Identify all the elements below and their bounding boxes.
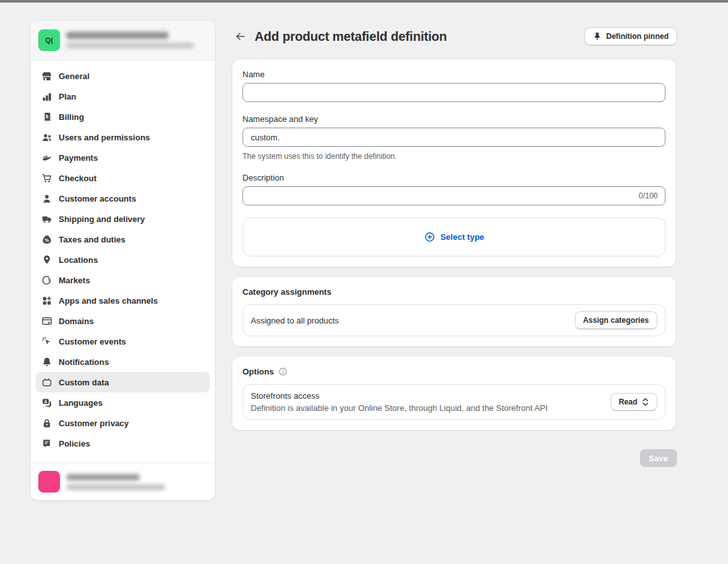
storefronts-access-box: Storefronts access Definition is availab… bbox=[242, 384, 665, 420]
sidebar-item-general[interactable]: General bbox=[36, 66, 210, 86]
store-name-redacted bbox=[66, 32, 168, 39]
definition-form-card: Name Namespace and key The system uses t… bbox=[232, 59, 676, 267]
apps-icon bbox=[41, 295, 52, 306]
sidebar-item-label: General bbox=[59, 71, 89, 81]
category-assignment-box: Assigned to all products Assign categori… bbox=[242, 304, 665, 336]
customer-accounts-icon bbox=[41, 193, 52, 204]
options-title: Options bbox=[242, 367, 274, 376]
domains-icon bbox=[41, 315, 52, 327]
description-input[interactable] bbox=[242, 186, 665, 205]
select-chevrons-icon bbox=[642, 397, 649, 406]
namespace-helper-text: The system uses this to identify the def… bbox=[242, 152, 665, 161]
sidebar-item-locations[interactable]: Locations bbox=[36, 249, 210, 270]
sidebar-item-custom-data[interactable]: Custom data bbox=[36, 372, 210, 392]
sidebar-item-label: Plan bbox=[59, 92, 76, 101]
window-top-strip bbox=[0, 0, 728, 3]
store-url-redacted bbox=[66, 43, 194, 48]
sidebar-nav: GeneralPlan$BillingUsers and permissions… bbox=[31, 61, 215, 463]
sidebar-item-shipping-and-delivery[interactable]: Shipping and delivery bbox=[36, 209, 210, 229]
sidebar-item-label: Locations bbox=[59, 255, 98, 265]
select-type-label: Select type bbox=[440, 232, 484, 242]
store-avatar: Q( bbox=[38, 29, 60, 51]
definition-pinned-label: Definition pinned bbox=[606, 32, 669, 41]
namespace-input[interactable] bbox=[242, 128, 665, 147]
customer-privacy-icon bbox=[41, 417, 52, 429]
sidebar-item-label: Users and permissions bbox=[59, 133, 150, 142]
sidebar-item-label: Payments bbox=[59, 153, 98, 163]
checkout-icon bbox=[41, 172, 52, 184]
assign-categories-button[interactable]: Assign categories bbox=[575, 311, 657, 329]
sidebar-item-label: Customer accounts bbox=[59, 194, 136, 204]
sidebar-item-customer-privacy[interactable]: Customer privacy bbox=[36, 413, 210, 433]
user-footer[interactable] bbox=[31, 463, 215, 500]
sidebar-item-customer-accounts[interactable]: Customer accounts bbox=[36, 188, 210, 209]
languages-icon: A bbox=[41, 397, 52, 408]
description-label: Description bbox=[242, 173, 665, 182]
storefronts-access-description: Definition is available in your Online S… bbox=[251, 403, 611, 413]
storefronts-access-title: Storefronts access bbox=[251, 391, 611, 401]
user-avatar bbox=[38, 471, 60, 493]
save-button[interactable]: Save bbox=[640, 449, 677, 467]
storefronts-access-select[interactable]: Read bbox=[611, 393, 657, 411]
svg-text:%: % bbox=[45, 237, 49, 243]
sidebar-item-policies[interactable]: Policies bbox=[36, 433, 210, 454]
taxes-icon: % bbox=[41, 234, 52, 245]
name-field: Name bbox=[242, 70, 665, 102]
definition-pinned-button[interactable]: Definition pinned bbox=[584, 27, 677, 45]
sidebar-item-label: Custom data bbox=[59, 378, 109, 387]
sidebar-item-label: Customer privacy bbox=[59, 419, 129, 428]
options-title-row: Options bbox=[242, 367, 665, 376]
page-title: Add product metafield definition bbox=[255, 29, 447, 44]
sidebar-item-taxes-and-duties[interactable]: %Taxes and duties bbox=[36, 229, 210, 249]
category-status-text: Assigned to all products bbox=[251, 316, 575, 325]
category-assignments-title: Category assignments bbox=[242, 287, 665, 297]
sidebar-item-domains[interactable]: Domains bbox=[36, 311, 210, 331]
customer-events-icon bbox=[41, 336, 52, 347]
store-header[interactable]: Q( bbox=[31, 20, 215, 61]
select-type-button[interactable]: Select type bbox=[242, 218, 665, 256]
plus-circle-icon bbox=[424, 232, 435, 243]
markets-icon: $ bbox=[41, 274, 52, 286]
back-arrow-icon bbox=[235, 31, 246, 42]
user-email-redacted bbox=[66, 484, 165, 490]
locations-icon bbox=[41, 254, 52, 265]
sidebar-item-customer-events[interactable]: Customer events bbox=[36, 331, 210, 352]
page-header: Add product metafield definition Definit… bbox=[232, 27, 677, 46]
sidebar-item-label: Policies bbox=[59, 439, 90, 449]
sidebar-item-label: Shipping and delivery bbox=[59, 214, 145, 224]
users-icon bbox=[41, 131, 52, 143]
sidebar-item-notifications[interactable]: Notifications bbox=[36, 352, 210, 372]
sidebar-item-label: Taxes and duties bbox=[59, 235, 126, 244]
sidebar-item-label: Languages bbox=[59, 398, 103, 408]
sidebar-item-payments[interactable]: Payments bbox=[36, 147, 210, 168]
storefronts-access-value: Read bbox=[619, 397, 637, 406]
name-input[interactable] bbox=[242, 83, 665, 102]
settings-sidebar: Q( GeneralPlan$BillingUsers and permissi… bbox=[31, 20, 215, 500]
sidebar-item-label: Notifications bbox=[59, 357, 109, 367]
sidebar-item-label: Customer events bbox=[59, 337, 126, 346]
options-card: Options Storefronts access Definition is… bbox=[232, 357, 676, 430]
sidebar-item-checkout[interactable]: Checkout bbox=[36, 168, 210, 188]
info-icon[interactable] bbox=[278, 367, 288, 376]
sidebar-item-languages[interactable]: ALanguages bbox=[36, 392, 210, 413]
description-field: Description 0/100 bbox=[242, 173, 665, 205]
svg-text:$: $ bbox=[48, 277, 50, 283]
shipping-icon bbox=[41, 213, 52, 225]
namespace-field: Namespace and key The system uses this t… bbox=[242, 114, 665, 161]
custom-data-icon bbox=[41, 376, 52, 388]
sidebar-item-billing[interactable]: $Billing bbox=[36, 107, 210, 127]
sidebar-item-users-and-permissions[interactable]: Users and permissions bbox=[36, 127, 210, 147]
billing-icon: $ bbox=[41, 111, 52, 122]
sidebar-item-label: Checkout bbox=[59, 174, 96, 183]
category-assignments-card: Category assignments Assigned to all pro… bbox=[232, 277, 676, 346]
user-name-redacted bbox=[66, 474, 140, 480]
namespace-label: Namespace and key bbox=[242, 114, 665, 124]
sidebar-item-label: Billing bbox=[59, 112, 84, 122]
save-row: Save bbox=[232, 449, 677, 467]
svg-text:A: A bbox=[44, 399, 47, 403]
sidebar-item-apps-and-sales-channels[interactable]: Apps and sales channels bbox=[36, 290, 210, 311]
sidebar-item-markets[interactable]: $Markets bbox=[36, 270, 210, 290]
sidebar-item-plan[interactable]: Plan bbox=[36, 86, 210, 107]
back-button[interactable] bbox=[232, 28, 249, 45]
sidebar-item-label: Domains bbox=[59, 316, 94, 326]
